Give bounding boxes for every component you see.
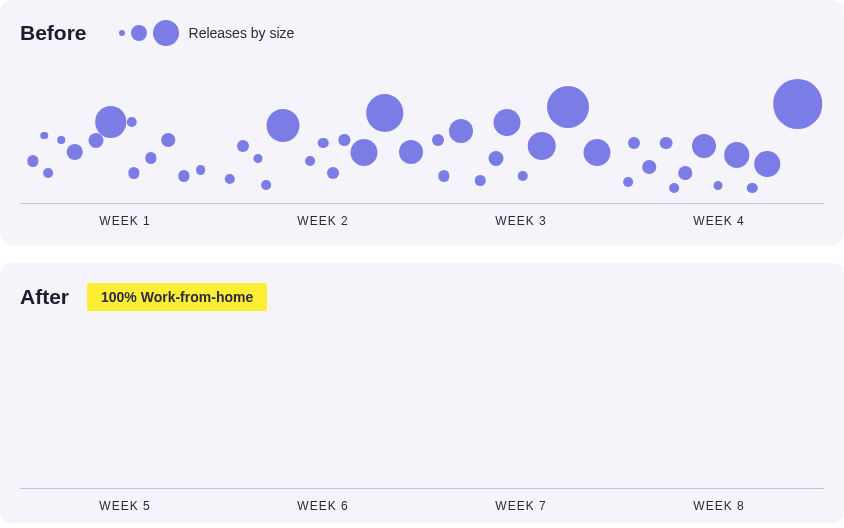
release-dot [267,109,300,142]
xtick: WEEK 4 [620,214,818,228]
release-dot [350,139,377,166]
release-dot [547,86,589,128]
release-dot [724,142,750,168]
after-title: After [20,285,69,309]
release-dot [40,132,48,140]
release-dot [318,138,329,149]
release-dot [628,137,640,149]
release-dot [583,139,610,166]
after-plot [20,319,824,489]
release-dot [669,183,679,193]
wfh-badge: 100% Work-from-home [87,283,267,311]
release-dot [127,117,138,128]
xtick: WEEK 3 [422,214,620,228]
release-dot [58,136,66,144]
before-panel: Before Releases by size WEEK 1 WEEK 2 WE… [0,0,844,245]
after-header: After 100% Work-from-home [20,283,824,311]
legend: Releases by size [119,20,295,46]
release-dot [475,175,486,186]
release-dot [692,134,716,158]
after-panel: After 100% Work-from-home WEEK 5 WEEK 6 … [0,263,844,523]
release-dot [327,167,339,179]
before-title: Before [20,21,87,45]
xtick: WEEK 7 [422,499,620,513]
release-dot [27,155,38,166]
release-dot [128,167,139,178]
release-dot [660,137,673,150]
xtick: WEEK 5 [26,499,224,513]
release-dot [449,119,473,143]
after-xaxis: WEEK 5 WEEK 6 WEEK 7 WEEK 8 [20,499,824,513]
release-dot [66,144,83,161]
release-dot [237,140,249,152]
release-dot [773,79,823,129]
release-dot [225,174,236,185]
release-dot [432,134,444,146]
release-dot [161,133,175,147]
xtick: WEEK 1 [26,214,224,228]
release-dot [494,109,521,136]
release-dot [755,151,781,177]
release-dot [439,170,450,181]
release-dot [254,154,263,163]
before-header: Before Releases by size [20,20,824,46]
release-dot [339,134,350,145]
release-dot [517,171,528,182]
xtick: WEEK 6 [224,499,422,513]
release-dot [399,140,423,164]
release-dot [305,156,315,166]
release-dot [713,181,722,190]
release-dot [527,132,556,161]
release-dot [178,170,189,181]
before-plot [20,54,824,204]
release-dot [747,183,758,194]
xtick: WEEK 2 [224,214,422,228]
release-dot [642,160,656,174]
release-dot [145,152,156,163]
release-dot [679,166,693,180]
legend-size-icon [119,20,179,46]
release-dot [623,177,633,187]
release-dot [95,106,127,138]
release-dot [488,151,503,166]
legend-label: Releases by size [189,25,295,41]
release-dot [196,165,206,175]
release-dot [366,94,404,132]
release-dot [43,168,53,178]
release-dot [261,180,271,190]
before-xaxis: WEEK 1 WEEK 2 WEEK 3 WEEK 4 [20,214,824,228]
xtick: WEEK 8 [620,499,818,513]
